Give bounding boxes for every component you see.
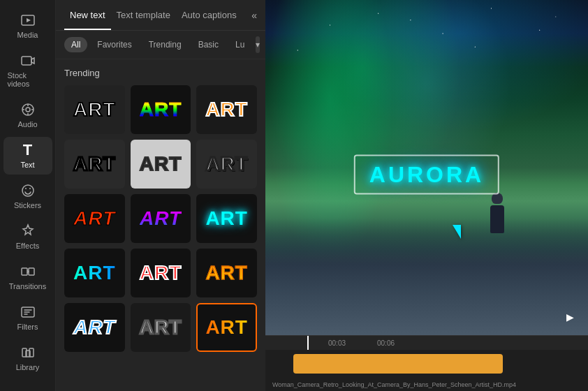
transitions-icon	[20, 264, 36, 279]
play-button[interactable]: ▶	[560, 307, 580, 327]
filter-bar: All Favorites Trending Basic Lu ▾	[56, 31, 265, 59]
sidebar-item-library-label: Library	[16, 363, 40, 371]
sidebar-item-filters-label: Filters	[17, 323, 38, 331]
sidebar-item-filters[interactable]: Filters	[3, 299, 52, 337]
figure-head	[492, 193, 503, 204]
sidebar-item-stickers-label: Stickers	[14, 201, 41, 209]
sidebar-item-effects-label: Effects	[16, 242, 39, 250]
template-card-1[interactable]: ART	[64, 85, 125, 134]
panel-tabs: New text Text template Auto captions «	[56, 0, 265, 31]
filter-dropdown-icon[interactable]: ▾	[256, 36, 260, 53]
sidebar-item-media-label: Media	[17, 31, 38, 39]
svg-rect-6	[29, 268, 34, 275]
filter-trending[interactable]: Trending	[142, 37, 189, 52]
template-text-6: ART	[205, 153, 248, 175]
sidebar-item-stickers[interactable]: Stickers	[3, 177, 52, 215]
tabs-chevron-icon[interactable]: «	[251, 10, 257, 21]
sidebar-item-stock-videos-label: Stock videos	[8, 71, 48, 88]
template-text-7: ART	[73, 207, 115, 230]
template-text-5: ART	[140, 153, 182, 175]
sidebar-item-audio[interactable]: Audio	[3, 96, 52, 134]
audio-icon	[20, 102, 36, 117]
ground-decoration	[265, 218, 588, 335]
sidebar-item-stock-videos[interactable]: Stock videos	[3, 47, 52, 94]
templates-container: Trending ART ART ART ART ART ART	[56, 59, 265, 391]
template-card-8[interactable]: ART	[131, 194, 191, 243]
svg-rect-1	[22, 57, 31, 65]
filters-icon	[20, 304, 36, 320]
stars-decoration	[265, 0, 588, 168]
timeline-time-1: 00:03	[328, 339, 346, 347]
template-card-11[interactable]: ART	[131, 249, 191, 297]
sidebar-item-audio-label: Audio	[17, 120, 37, 128]
timeline-tracks: Woman_Camera_Retro_Looking_At_Camera_By_…	[265, 350, 588, 391]
template-text-3: ART	[205, 98, 248, 121]
timeline: 00:03 00:06 Woman_Camera_Retro_Looking_A…	[265, 335, 588, 391]
template-text-2: ART	[140, 98, 182, 121]
template-text-10: ART	[73, 262, 116, 284]
template-text-13: ART	[73, 316, 115, 339]
text-icon: T	[20, 142, 36, 158]
trending-section-title: Trending	[64, 68, 257, 78]
sidebar-item-library[interactable]: Library	[3, 339, 52, 377]
svg-point-3	[26, 108, 30, 112]
stock-videos-icon	[20, 53, 36, 68]
templates-grid: ART ART ART ART ART ART ART ART	[64, 85, 257, 352]
tab-text-template[interactable]: Text template	[111, 1, 176, 30]
timeline-playhead	[307, 336, 309, 350]
template-card-5[interactable]: ART	[131, 140, 191, 189]
timeline-time-2: 00:06	[377, 339, 395, 347]
figure-silhouette	[487, 193, 508, 235]
library-icon	[20, 345, 36, 360]
stickers-icon	[20, 183, 36, 198]
filter-all[interactable]: All	[64, 37, 87, 52]
template-card-14[interactable]: ART	[131, 303, 191, 352]
template-card-12[interactable]: ART	[196, 249, 257, 297]
sidebar-item-text[interactable]: T Text	[3, 137, 52, 175]
template-card-9[interactable]: ART	[196, 194, 257, 243]
timeline-track-label: Woman_Camera_Retro_Looking_At_Camera_By_…	[272, 381, 516, 388]
play-icon: ▶	[566, 311, 574, 323]
right-content: AURORA ▶ 00:03 00:06 Woman_Camera_Retro_…	[265, 0, 588, 391]
template-card-6[interactable]: ART	[196, 140, 257, 189]
template-text-11: ART	[140, 262, 182, 284]
filter-basic[interactable]: Basic	[191, 37, 226, 52]
sidebar-item-transitions-label: Transitions	[9, 282, 46, 290]
aurora-text-box[interactable]: AURORA	[354, 154, 499, 194]
media-icon	[20, 13, 36, 28]
effects-icon	[20, 223, 36, 239]
template-card-7[interactable]: ART	[64, 194, 125, 243]
cursor-pointer	[453, 225, 461, 239]
figure-body	[490, 205, 504, 233]
template-text-8: ART	[140, 207, 182, 230]
sidebar-item-effects[interactable]: Effects	[3, 218, 52, 256]
sidebar: Media Stock videos Audio T Text	[0, 0, 56, 391]
filter-favorites[interactable]: Favorites	[90, 37, 138, 52]
svg-rect-5	[22, 268, 27, 275]
template-text-12: ART	[205, 262, 248, 284]
template-card-13[interactable]: ART	[64, 303, 125, 352]
timeline-ruler: 00:03 00:06	[265, 336, 588, 350]
template-text-1: ART	[73, 98, 116, 121]
template-card-3[interactable]: ART	[196, 85, 257, 134]
template-card-15[interactable]: ART	[196, 303, 257, 352]
template-card-10[interactable]: ART	[64, 249, 125, 297]
template-card-4[interactable]: ART	[64, 140, 125, 189]
template-text-15: ART	[205, 316, 248, 339]
aurora-preview-text: AURORA	[369, 161, 484, 186]
tab-new-text[interactable]: New text	[64, 1, 111, 30]
template-text-4: ART	[73, 153, 116, 175]
sidebar-item-text-label: Text	[20, 161, 34, 169]
sidebar-item-transitions[interactable]: Transitions	[3, 258, 52, 296]
template-text-14: ART	[140, 316, 182, 339]
timeline-video-track[interactable]	[293, 354, 503, 374]
preview-area: AURORA ▶	[265, 0, 588, 335]
text-panel: New text Text template Auto captions « A…	[56, 0, 265, 391]
template-text-9: ART	[205, 207, 248, 230]
tab-auto-captions[interactable]: Auto captions	[176, 1, 242, 30]
filter-lu[interactable]: Lu	[228, 37, 251, 52]
sidebar-item-media[interactable]: Media	[3, 7, 52, 45]
template-card-2[interactable]: ART	[131, 85, 191, 134]
